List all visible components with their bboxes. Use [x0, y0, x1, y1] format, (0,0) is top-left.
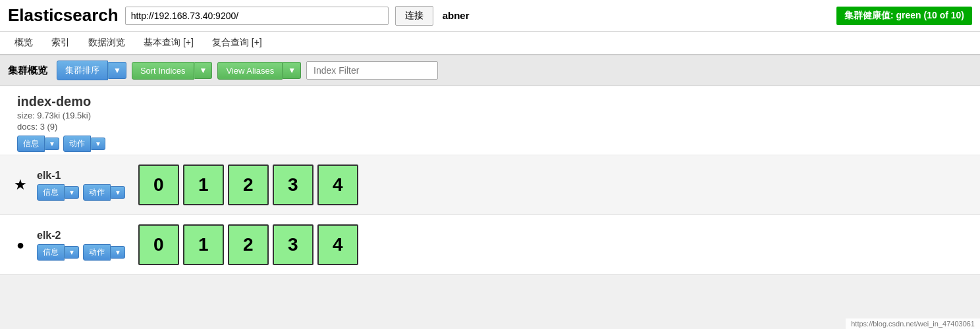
header: Elasticsearch 连接 abner 集群健康值: green (10 … — [0, 0, 980, 32]
index-demo-docs: docs: 3 (9) — [17, 122, 105, 132]
elk2-action-group: 动作 ▼ — [83, 244, 125, 261]
elk1-buttons: 信息 ▼ 动作 ▼ — [37, 184, 125, 201]
elk2-buttons: 信息 ▼ 动作 ▼ — [37, 244, 125, 261]
elk2-info-arrow: ▼ — [68, 249, 75, 256]
toolbar: 集群概览 集群排序 ▼ Sort Indices ▼ View Aliases … — [0, 55, 980, 86]
sort-indices-button[interactable]: Sort Indices — [132, 62, 194, 80]
elk1-action-button[interactable]: 动作 — [83, 184, 111, 201]
sort-indices-arrow: ▼ — [200, 66, 207, 75]
index-demo-action-group: 动作 ▼ — [63, 136, 105, 152]
health-badge: 集群健康值: green (10 of 10) — [836, 7, 972, 25]
elk1-info-button[interactable]: 信息 — [37, 184, 65, 201]
elk1-name: elk-1 — [37, 170, 125, 182]
tab-compound-query[interactable]: 复合查询 [+] — [203, 32, 271, 55]
elk2-info-dropdown[interactable]: ▼ — [65, 246, 79, 259]
elk2-circle-icon: ● — [11, 238, 30, 253]
elk1-action-arrow: ▼ — [115, 189, 121, 196]
elk2-info-group: 信息 ▼ — [37, 244, 79, 261]
elk2-shard-0: 0 — [138, 224, 179, 265]
tab-basic-query[interactable]: 基本查询 [+] — [134, 32, 203, 55]
elk2-info-button[interactable]: 信息 — [37, 244, 65, 261]
view-aliases-arrow: ▼ — [288, 66, 296, 75]
view-aliases-button[interactable]: View Aliases — [217, 62, 283, 80]
elk1-shard-1: 1 — [183, 164, 224, 205]
elk1-action-dropdown[interactable]: ▼ — [111, 186, 125, 199]
elk2-action-arrow: ▼ — [115, 249, 121, 256]
elk1-action-group: 动作 ▼ — [83, 184, 125, 201]
elk1-info-group: 信息 ▼ — [37, 184, 79, 201]
nav-tabs: 概览 索引 数据浏览 基本查询 [+] 复合查询 [+] — [0, 32, 980, 55]
elk1-shard-2: 2 — [228, 164, 269, 205]
connect-button[interactable]: 连接 — [395, 6, 433, 26]
tab-index[interactable]: 索引 — [42, 32, 79, 55]
elk1-shard-0: 0 — [138, 164, 179, 205]
index-demo-info-arrow: ▼ — [49, 140, 55, 147]
view-aliases-dropdown[interactable]: ▼ — [283, 62, 301, 79]
username-label: abner — [443, 10, 470, 21]
index-demo-info-button[interactable]: 信息 — [17, 136, 45, 152]
elk2-action-button[interactable]: 动作 — [83, 244, 111, 261]
index-demo-action-arrow: ▼ — [95, 140, 101, 147]
sort-indices-group: Sort Indices ▼ — [132, 62, 213, 80]
elk1-star-icon: ★ — [11, 176, 30, 193]
index-demo-row: index-demo size: 9.73ki (19.5ki) docs: 3… — [0, 86, 980, 155]
cluster-sort-group: 集群排序 ▼ — [57, 61, 126, 80]
index-demo-info-group: 信息 ▼ — [17, 136, 59, 152]
url-input[interactable] — [125, 7, 389, 25]
index-filter-input[interactable] — [306, 61, 438, 80]
cluster-sort-button[interactable]: 集群排序 — [57, 61, 108, 80]
cluster-sort-arrow: ▼ — [113, 66, 121, 75]
elk1-info-arrow: ▼ — [68, 189, 75, 196]
elk2-shard-2: 2 — [228, 224, 269, 265]
tab-overview[interactable]: 概览 — [5, 32, 42, 55]
elk2-name: elk-2 — [37, 230, 125, 241]
index-demo-name: index-demo — [17, 94, 105, 109]
index-demo-size: size: 9.73ki (19.5ki) — [17, 111, 105, 120]
index-demo-info: index-demo size: 9.73ki (19.5ki) docs: 3… — [17, 94, 105, 152]
view-aliases-group: View Aliases ▼ — [217, 62, 301, 80]
index-demo-actions: 信息 ▼ 动作 ▼ — [17, 136, 105, 152]
elk2-shard-1: 1 — [183, 224, 224, 265]
elk2-shard-3: 3 — [273, 224, 313, 265]
elk2-shards: 0 1 2 3 4 — [138, 224, 358, 265]
elk1-info-dropdown[interactable]: ▼ — [65, 186, 79, 199]
elk1-shard-3: 3 — [273, 164, 313, 205]
elk1-shards: 0 1 2 3 4 — [138, 164, 358, 205]
sort-indices-dropdown[interactable]: ▼ — [194, 62, 213, 79]
node-row-elk2: ● elk-2 信息 ▼ 动作 ▼ 0 1 2 — [0, 215, 980, 275]
app-title: Elasticsearch — [8, 5, 119, 26]
tab-data-browse[interactable]: 数据浏览 — [79, 32, 134, 55]
index-demo-action-dropdown[interactable]: ▼ — [91, 138, 105, 150]
index-demo-info-dropdown[interactable]: ▼ — [45, 138, 59, 150]
elk2-shard-4: 4 — [317, 224, 358, 265]
elk1-info: elk-1 信息 ▼ 动作 ▼ — [37, 170, 125, 201]
section-title: 集群概览 — [8, 64, 47, 77]
cluster-sort-dropdown[interactable]: ▼ — [108, 62, 126, 79]
elk2-info: elk-2 信息 ▼ 动作 ▼ — [37, 230, 125, 261]
index-demo-action-button[interactable]: 动作 — [63, 136, 91, 152]
node-row-elk1: ★ elk-1 信息 ▼ 动作 ▼ 0 1 2 — [0, 155, 980, 215]
main-content: index-demo size: 9.73ki (19.5ki) docs: 3… — [0, 86, 980, 275]
elk1-shard-4: 4 — [317, 164, 358, 205]
elk2-action-dropdown[interactable]: ▼ — [111, 246, 125, 259]
